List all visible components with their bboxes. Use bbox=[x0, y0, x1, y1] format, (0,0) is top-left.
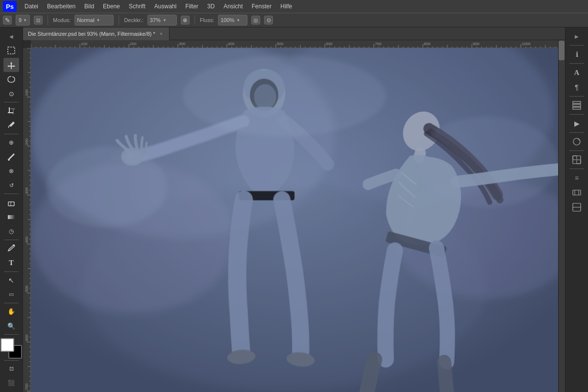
play-btn[interactable]: ▶ bbox=[569, 117, 585, 130]
crop-tool[interactable] bbox=[3, 104, 19, 118]
tool-separator-5 bbox=[4, 271, 19, 272]
flow-select[interactable]: 100% ▼ bbox=[218, 15, 247, 25]
spot-heal-tool[interactable]: ⊕ bbox=[3, 136, 19, 149]
right-sep-7 bbox=[569, 169, 584, 169]
right-sep-3 bbox=[569, 96, 584, 97]
mode-select[interactable]: Normal ▼ bbox=[74, 15, 114, 25]
brush-tool[interactable] bbox=[3, 150, 19, 164]
zoom-tool[interactable]: 🔍 bbox=[3, 319, 19, 333]
smoothing-icon[interactable]: ◎ bbox=[251, 16, 260, 24]
left-toolbar: ◀ ⊙ ⊕ bbox=[0, 27, 23, 392]
layers-panel-btn[interactable] bbox=[569, 98, 585, 112]
opacity-select[interactable]: 37% ▼ bbox=[147, 15, 177, 25]
char-panel-btn[interactable]: A bbox=[569, 66, 585, 79]
quick-select-tool[interactable]: ⊙ bbox=[3, 87, 19, 100]
clone-stamp-tool[interactable]: ⊗ bbox=[3, 164, 19, 178]
menu-bild[interactable]: Bild bbox=[80, 2, 98, 11]
tool-separator-4 bbox=[4, 240, 19, 240]
svg-rect-40 bbox=[577, 160, 581, 164]
mode-arrow: ▼ bbox=[97, 18, 100, 23]
canvas-wrapper bbox=[23, 40, 565, 392]
menu-hilfe[interactable]: Hilfe bbox=[276, 2, 296, 11]
svg-rect-39 bbox=[573, 156, 577, 160]
eyedropper-tool[interactable] bbox=[3, 118, 19, 132]
menu-datei[interactable]: Datei bbox=[21, 2, 42, 11]
menu-filter[interactable]: Filter bbox=[181, 2, 202, 11]
canvas-area: Die Sturmtänzer.psd bei 93% (Mann, Filte… bbox=[23, 27, 565, 392]
svg-rect-35 bbox=[573, 104, 581, 106]
svg-point-7 bbox=[8, 159, 10, 161]
tool-separator-1 bbox=[4, 102, 19, 102]
svg-point-33 bbox=[183, 55, 386, 137]
opacity-value: 37% bbox=[150, 17, 161, 23]
vertical-scrollbar[interactable] bbox=[558, 40, 565, 392]
marquee-tool[interactable] bbox=[3, 44, 19, 57]
menu-ebene[interactable]: Ebene bbox=[99, 2, 124, 11]
svg-rect-36 bbox=[573, 107, 581, 109]
dodge-tool[interactable]: ◷ bbox=[3, 224, 19, 238]
canvas-image bbox=[31, 48, 558, 392]
opacity-arrow: ▼ bbox=[163, 18, 167, 23]
menu-bar: Ps Datei Bearbeiten Bild Ebene Schrift A… bbox=[0, 0, 588, 13]
panel7-btn[interactable] bbox=[569, 200, 585, 214]
symmetry-icon[interactable]: ⊙ bbox=[264, 16, 273, 24]
panel5-btn[interactable]: ≡ bbox=[569, 171, 585, 185]
history-brush-tool[interactable]: ↺ bbox=[3, 178, 19, 192]
brush-size-arrow: ▼ bbox=[23, 18, 27, 23]
adjustments-btn[interactable] bbox=[569, 153, 585, 167]
color-panel-btn[interactable] bbox=[569, 135, 585, 148]
right-sep-5 bbox=[569, 132, 584, 133]
menu-ansicht[interactable]: Ansicht bbox=[220, 2, 246, 11]
info-panel-btn[interactable]: ℹ bbox=[569, 48, 585, 61]
document-tab-close[interactable]: × bbox=[158, 31, 164, 37]
svg-rect-8 bbox=[8, 202, 14, 206]
menu-bearbeiten[interactable]: Bearbeiten bbox=[43, 2, 79, 11]
mode-value: Normal bbox=[77, 17, 94, 23]
document-tab-title: Die Sturmtänzer.psd bei 93% (Mann, Filte… bbox=[28, 31, 155, 37]
tool-separator-8 bbox=[4, 360, 19, 361]
screen-mode-btn[interactable]: ⬛ bbox=[3, 376, 19, 390]
collapse-panel-btn[interactable]: ◀ bbox=[3, 29, 19, 43]
svg-marker-1 bbox=[7, 62, 15, 69]
move-tool[interactable] bbox=[3, 58, 19, 72]
svg-line-6 bbox=[8, 125, 9, 128]
menu-schrift[interactable]: Schrift bbox=[125, 2, 149, 11]
brush-toggle-btn[interactable]: ⊡ bbox=[34, 16, 43, 24]
menu-3d[interactable]: 3D bbox=[203, 2, 219, 11]
separator-3 bbox=[195, 15, 195, 25]
menu-auswahl[interactable]: Auswahl bbox=[150, 2, 180, 11]
separator-2 bbox=[119, 15, 119, 25]
brush-size-control[interactable]: 9 ▼ bbox=[16, 15, 30, 25]
hand-tool[interactable]: ✋ bbox=[3, 305, 19, 318]
brush-preset-picker[interactable]: ✎ bbox=[3, 16, 12, 24]
right-collapse-btn[interactable]: ▶ bbox=[569, 29, 585, 43]
shape-tool[interactable]: ▭ bbox=[3, 288, 19, 301]
lasso-tool[interactable] bbox=[3, 73, 19, 86]
photoshop-logo: Ps bbox=[3, 1, 17, 12]
vertical-scroll-thumb[interactable] bbox=[559, 41, 564, 60]
path-select-tool[interactable]: ↖ bbox=[3, 273, 19, 287]
eraser-tool[interactable] bbox=[3, 196, 19, 209]
para-panel-btn[interactable]: ¶ bbox=[569, 80, 585, 94]
svg-point-32 bbox=[416, 116, 558, 207]
svg-rect-0 bbox=[8, 47, 15, 54]
document-tab[interactable]: Die Sturmtänzer.psd bei 93% (Mann, Filte… bbox=[23, 27, 170, 40]
airbrush-toggle[interactable]: ⊕ bbox=[181, 16, 190, 24]
ruler-left bbox=[23, 48, 31, 392]
tool-separator-6 bbox=[4, 303, 19, 303]
panel6-btn[interactable] bbox=[569, 186, 585, 199]
foreground-color-swatch[interactable] bbox=[0, 338, 14, 352]
flow-arrow: ▼ bbox=[236, 18, 240, 23]
right-sep-1 bbox=[569, 45, 584, 46]
gradient-tool[interactable] bbox=[3, 210, 19, 224]
color-swatch-area bbox=[0, 338, 22, 358]
options-bar: ✎ 9 ▼ ⊡ Modus: Normal ▼ Deckkr.: 37% ▼ ⊕… bbox=[0, 13, 588, 27]
mode-label: Modus: bbox=[53, 17, 71, 23]
quick-mask-btn[interactable]: ⊡ bbox=[3, 362, 19, 376]
menu-fenster[interactable]: Fenster bbox=[248, 2, 276, 11]
separator-1 bbox=[48, 15, 48, 25]
pen-tool[interactable] bbox=[3, 242, 19, 255]
svg-rect-41 bbox=[573, 190, 581, 195]
text-tool[interactable]: T bbox=[3, 256, 19, 270]
ruler-top bbox=[31, 40, 558, 48]
